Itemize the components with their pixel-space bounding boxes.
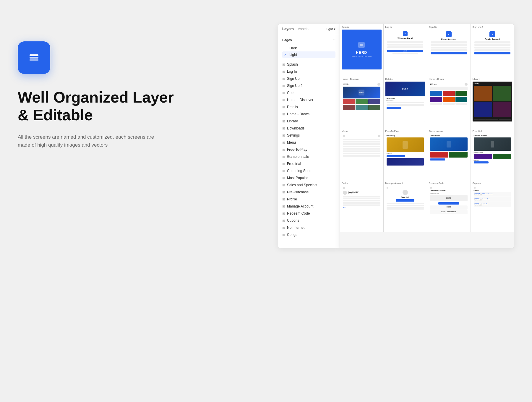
details-rating: Rating ★★★★☆ [387,100,424,101]
tab-layers[interactable]: Layers [282,27,294,31]
screen-cell-library[interactable]: Library Library [471,76,514,128]
layer-item-profile[interactable]: ⊞Profile [278,196,340,203]
svg-rect-5 [360,44,363,45]
layer-label-congs: Congs [287,233,297,237]
layer-item-code[interactable]: ⊞Code [278,89,340,96]
screen-cell-manage-account[interactable]: Manage Account Adam Shaft [384,180,427,232]
svg-rect-2 [30,54,38,56]
profile-field-3 [343,200,380,201]
trial-game-name: Assassin's Creed [474,152,511,153]
login-button[interactable]: LOG IN [387,50,424,52]
screen-cell-home-discover[interactable]: Home - Discover Free to Play Adam Shaft [340,76,383,128]
signup-button[interactable] [431,52,467,54]
screen-cell-details[interactable]: Details PUBG Adam Shaft Rating ★★★★☆ [384,76,427,128]
screen-preview-library: Library [473,82,512,121]
redeem-submit-btn[interactable] [438,202,459,205]
brows-game-2 [443,91,455,96]
layer-item-comming-soon[interactable]: ⊞Comming Soon [278,167,340,174]
layer-item-manage-account[interactable]: ⊞Manage Account [278,203,340,210]
add-page-button[interactable]: + [333,37,335,43]
redeem-code-display-1: HERO [430,205,468,210]
layer-item-splash[interactable]: ⊞Splash [278,61,340,68]
layer-item-signup[interactable]: ⊞Sign Up [278,75,340,82]
layer-item-cupons[interactable]: ⊞Cupons [278,217,340,224]
screen-label-profile: Profile [342,182,382,184]
svg-rect-1 [30,57,38,59]
game-on-sale-screen: Game On Sale [429,134,469,174]
brows-header: Browse Adam Shaft [430,83,468,86]
screen-cell-free-trial[interactable]: Free trial Free Trial Available Assassin… [471,128,514,180]
layer-item-most-popular[interactable]: ⊞Most Popular [278,174,340,181]
layer-item-congs[interactable]: ⊞Congs [278,231,340,238]
layer-item-pre-purchase[interactable]: ⊞Pre-Purchase [278,189,340,196]
brows-search[interactable] [430,87,468,90]
layer-item-login[interactable]: ⊞Log In [278,68,340,75]
page-item-dark[interactable]: Dark [282,45,335,51]
layer-item-home-brows[interactable]: ⊞Home - Brows [278,111,340,118]
screen-cell-splash[interactable]: Splash HERD The Play Twice as Often. Mor… [340,24,383,76]
manage-edit-btn[interactable] [396,199,414,202]
screen-cell-signup[interactable]: Sign Up H Create Account [427,24,471,76]
signup2-field-2 [474,47,511,48]
layer-item-game-on-sale[interactable]: ⊞Game on sale [278,153,340,160]
screen-label-signup: Sign Up [429,26,469,28]
screen-cell-free-to-play[interactable]: Free-To-Play Free To Play HNA 2020 [384,128,427,180]
screen-cell-redeem-code[interactable]: Redeem Code Redeem Your Product Enter yo… [427,180,471,232]
social-btn-2 [431,44,467,46]
layer-item-menu[interactable]: ⊞Menu [278,139,340,146]
hash-icon: ⊞ [282,112,285,116]
signup-field-1 [431,47,467,48]
profile-edit-link[interactable]: More [343,207,380,208]
free-play-btn[interactable] [387,155,405,157]
screen-cell-profile[interactable]: Profile AdamShaft007 Gamer Account [340,180,383,232]
layer-label-manage-account: Manage Account [287,204,313,208]
layer-item-redeem-code[interactable]: ⊞Redeem Code [278,210,340,217]
brows-nav-2 [443,103,455,105]
profile-username: AdamShaft007 [348,191,359,193]
hash-icon: ⊞ [282,197,285,201]
screen-cell-home-brows[interactable]: Home - Brows Browse Adam Shaft [427,76,471,128]
tab-assets[interactable]: Assets [298,27,309,31]
layer-item-library[interactable]: ⊞Library [278,118,340,125]
screen-preview-free-trial: Free Trial Available Assassin's Creed FI… [473,134,512,174]
layer-item-free-to-play[interactable]: ⊞Free-To-Play [278,146,340,153]
layer-item-settings[interactable]: ⊞Settings [278,132,340,139]
trial-character [491,141,494,147]
layer-item-home-discover[interactable]: ⊞Home - Discover [278,96,340,103]
layer-item-no-internet[interactable]: ⊞No Internet [278,224,340,231]
screen-cell-signup2[interactable]: Sign Up 2 H Create Account [471,24,514,76]
manage-account-screen: Adam Shaft [385,186,425,226]
screen-preview-splash: HERD The Play Twice as Often. More [342,30,382,69]
layer-label-game-on-sale: Game on sale [287,155,309,159]
panel-header: Layers Assets Light ▾ [278,24,340,34]
hash-icon: ⊞ [282,176,285,180]
screen-cell-coupons[interactable]: Cupons Cupons HERO SALE 50% Game discoun… [471,180,514,232]
redeem-input-box[interactable]: HERO [430,195,468,201]
layer-item-sales[interactable]: ⊞Sales and Specials [278,181,340,189]
details-button[interactable] [387,107,402,109]
menu-item-4 [343,146,380,147]
trial-btn[interactable] [474,161,489,163]
details-screen: PUBG Adam Shaft Rating ★★★★☆ [385,82,425,121]
sale-game-2 [449,152,467,158]
screen-preview-details: PUBG Adam Shaft Rating ★★★★☆ [385,82,425,121]
discover-game-1 [343,99,355,104]
hash-icon: ⊞ [282,84,285,88]
screen-cell-game-on-sale[interactable]: Game on sale Game On Sale [427,128,471,180]
signup2-logo: H [489,31,495,37]
main-container: Well Organized Layer & Editable All the … [0,0,532,402]
signup2-button[interactable] [474,52,511,54]
screen-cell-login[interactable]: Log In H Welcome Back! LOG IN [384,24,427,76]
hash-icon: ⊞ [282,98,285,102]
layer-item-details[interactable]: ⊞Details [278,103,340,111]
page-item-light[interactable]: ✓ Light [282,51,335,58]
layer-item-downloads[interactable]: ⊞Downloads [278,125,340,132]
layer-item-signup2[interactable]: ⊞Sign Up 2 [278,82,340,89]
login-logo-text: H [405,33,406,35]
library-title: Library [474,83,511,85]
splash-logo [358,42,365,48]
layer-item-free-trial[interactable]: ⊞Free trial [278,160,340,167]
screen-label-free-trial: Free trial [473,130,512,132]
screen-cell-menu[interactable]: Menu [340,128,383,180]
sale-btn[interactable] [430,158,445,161]
